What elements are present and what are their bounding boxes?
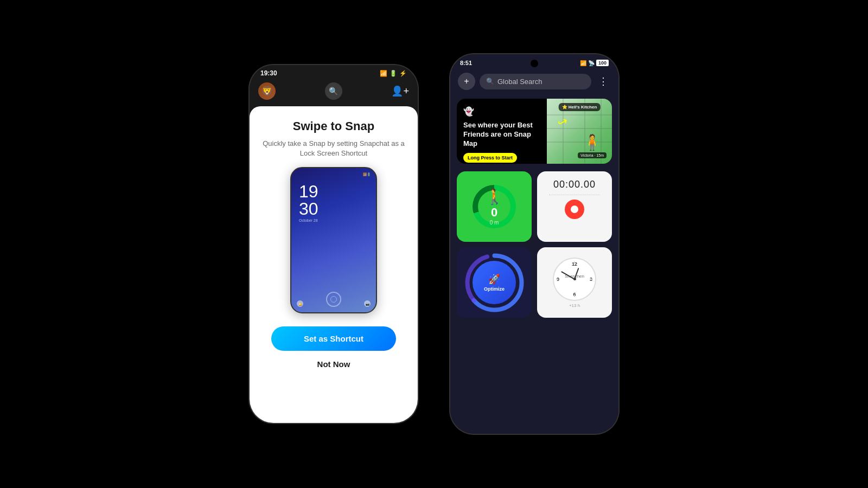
inner-time-display: 19 30 October 28 <box>291 178 376 227</box>
snap-map-left: 👻 See where your Best Friends are on Sna… <box>457 99 547 164</box>
wifi-icon: 📶 <box>380 70 387 77</box>
inner-phone-mockup: 📶🔋 19 30 October 28 🔔 📷 <box>290 167 377 313</box>
bolt-icon: ⚡ <box>399 70 407 77</box>
snap-map-right: ⭐ Hell's Kitchen ↪ 🧍 Victoria · 15m <box>547 99 612 164</box>
victoria-label: Victoria · 15m <box>578 152 607 158</box>
search-bar-icon: 🔍 <box>486 78 494 85</box>
left-header: 🦁 🔍 👤+ <box>250 79 418 104</box>
right-wifi-icon: 📶 <box>580 60 586 66</box>
clock-ticks-svg <box>554 259 595 300</box>
not-now-button[interactable]: Not Now <box>317 359 350 369</box>
left-status-icons: 📶 🔋 ⚡ <box>380 70 407 77</box>
right-signal-icon: 📡 <box>588 60 595 66</box>
fitness-step-count: 0 <box>491 206 497 220</box>
left-time: 19:30 <box>260 69 277 77</box>
battery-level: 100 <box>596 60 609 66</box>
fitness-ring-inner: 🚶 0 0 m <box>478 190 510 223</box>
avatar-icon: 🦁 <box>261 85 273 97</box>
snap-map-card[interactable]: 👻 See where your Best Friends are on Sna… <box>457 99 612 164</box>
add-friend-button[interactable]: 👤+ <box>391 85 409 97</box>
optimize-widget[interactable]: 🚀 Optimize <box>457 247 532 318</box>
clock-widget[interactable]: 12 3 6 9 Shenzhen +13 h <box>537 247 612 318</box>
rocket-icon: 🚀 <box>488 273 500 285</box>
modal-title: Swipe to Snap <box>293 119 374 133</box>
left-status-bar: 19:30 📶 🔋 ⚡ <box>250 65 418 79</box>
stopwatch-time: 00:00.00 <box>553 179 596 190</box>
set-shortcut-button[interactable]: Set as Shortcut <box>271 326 396 351</box>
more-options-button[interactable]: ⋮ <box>596 74 611 89</box>
stopwatch-record-button[interactable] <box>565 200 584 219</box>
fitness-unit: 0 m <box>490 220 499 226</box>
optimize-inner-circle: 🚀 Optimize <box>473 261 516 304</box>
inner-status: 📶🔋 <box>291 168 376 178</box>
add-person-icon: 👤+ <box>391 86 409 97</box>
stopwatch-widget[interactable]: 00:00.00 <box>537 171 612 242</box>
optimize-label: Optimize <box>484 286 505 292</box>
add-button[interactable]: + <box>458 73 475 90</box>
avatar[interactable]: 🦁 <box>258 82 276 100</box>
inner-bottom-controls: 🔔 📷 <box>291 295 376 312</box>
right-phone: 8:51 📶 📡 100 + 🔍 Global Search ⋮ 👻 See w… <box>450 54 618 434</box>
right-time: 8:51 <box>460 60 472 66</box>
right-status-icons: 📶 📡 100 <box>580 60 609 66</box>
svg-point-8 <box>574 261 576 263</box>
search-icon: 🔍 <box>329 87 338 95</box>
global-search-bar[interactable]: 🔍 Global Search <box>480 74 591 89</box>
clock-face: 12 3 6 9 Shenzhen <box>553 258 596 301</box>
fitness-widget[interactable]: 🚶 0 0 m <box>457 171 532 242</box>
snapchat-ghost-icon: 👻 <box>463 106 540 117</box>
swipe-to-snap-modal: Swipe to Snap Quickly take a Snap by set… <box>250 106 418 423</box>
inner-icon-left: 🔔 <box>297 300 303 307</box>
svg-point-10 <box>557 278 559 280</box>
map-location-label: ⭐ Hell's Kitchen <box>559 103 601 111</box>
left-phone: 19:30 📶 🔋 ⚡ 🦁 🔍 👤+ Swipe to Snap Quickly… <box>250 65 418 423</box>
snap-map-title: See where your Best Friends are on Snap … <box>463 121 540 149</box>
widget-grid: 🚶 0 0 m 00:00.00 <box>450 171 618 318</box>
map-star-icon: ⭐ <box>562 105 567 110</box>
right-phone-notch <box>531 60 538 67</box>
search-bar-text: Global Search <box>497 78 542 86</box>
record-dot <box>571 206 578 213</box>
inner-clock: 19 30 <box>299 183 368 217</box>
svg-point-9 <box>574 295 576 297</box>
modal-subtitle: Quickly take a Snap by setting Snapchat … <box>260 139 407 158</box>
inner-date: October 28 <box>299 219 368 222</box>
clock-timezone: +13 h <box>569 303 580 308</box>
battery-icon: 🔋 <box>390 70 397 77</box>
stopwatch-divider <box>549 195 600 195</box>
search-button[interactable]: 🔍 <box>325 82 342 100</box>
svg-point-11 <box>591 278 592 280</box>
fitness-ring: 🚶 0 0 m <box>473 185 516 228</box>
long-press-button[interactable]: Long Press to Start <box>463 153 517 163</box>
right-header: + 🔍 Global Search ⋮ <box>450 68 618 94</box>
map-avatar: 🧍 Victoria · 15m <box>578 133 607 158</box>
walking-person-icon: 🚶 <box>485 188 504 206</box>
avatar-figure: 🧍 <box>583 133 602 151</box>
inner-icon-right: 📷 <box>364 300 371 307</box>
